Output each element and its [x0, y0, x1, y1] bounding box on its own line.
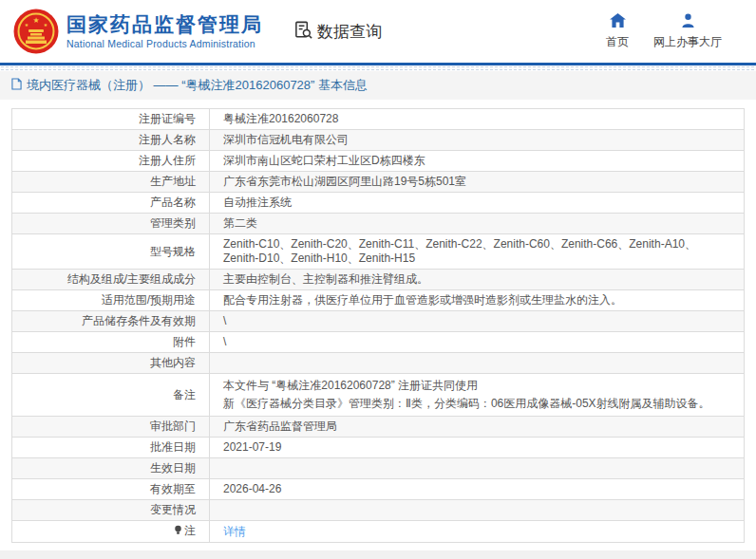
- table-row: 注册人名称深圳市信冠机电有限公司: [12, 130, 745, 151]
- row-label: 注册人名称: [12, 130, 210, 151]
- org-title-block: 国家药品监督管理局 National Medical Products Admi…: [66, 13, 263, 49]
- row-value: 广东省东莞市松山湖园区阿里山路19号5栋501室: [210, 172, 745, 193]
- nav-item-home[interactable]: 首页: [606, 13, 629, 50]
- national-emblem-logo: ★ ★ ★: [13, 9, 59, 54]
- top-nav: 首页 网上办事大厅: [606, 13, 722, 50]
- table-row: 审批部门广东省药品监督管理局: [12, 417, 745, 438]
- row-value: 自动推注系统: [210, 193, 745, 214]
- row-value: \: [210, 311, 745, 332]
- row-label: 管理类别: [12, 214, 210, 234]
- table-row: 生效日期: [12, 458, 745, 479]
- table-row: 备注本文件与 “粤械注准20162060728” 注册证共同使用新《医疗器械分类…: [12, 374, 745, 417]
- row-value: [210, 353, 745, 374]
- row-label: 注册证编号: [12, 109, 210, 130]
- org-name-cn: 国家药品监督管理局: [66, 13, 263, 36]
- row-value: 2021-07-19: [210, 438, 745, 458]
- org-name-en: National Medical Products Administration: [66, 38, 263, 49]
- svg-text:★: ★: [44, 22, 48, 28]
- person-icon: [681, 13, 695, 31]
- table-row: 产品名称自动推注系统: [12, 193, 745, 214]
- table-row: 结构及组成/主要组成成分主要由控制台、主控制器和推注臂组成。: [12, 270, 745, 290]
- data-query-label: 数据查询: [317, 21, 382, 43]
- row-value: Zenith-C10、Zenith-C20、Zenith-C11、Zenith-…: [210, 234, 745, 270]
- row-label: 生产地址: [12, 172, 210, 193]
- row-label: 型号规格: [12, 234, 210, 270]
- detail-link[interactable]: 详情: [223, 525, 246, 538]
- row-value: 深圳市信冠机电有限公司: [210, 130, 745, 151]
- table-row: 其他内容: [12, 353, 745, 374]
- row-label: 结构及组成/主要组成成分: [12, 270, 210, 290]
- table-row: 型号规格Zenith-C10、Zenith-C20、Zenith-C11、Zen…: [12, 234, 745, 270]
- breadcrumb: 境内医疗器械（注册） —— “粤械注准20162060728” 基本信息: [0, 71, 756, 100]
- document-icon: [11, 77, 22, 94]
- table-row: 注册证编号粤械注准20162060728: [12, 109, 745, 130]
- table-row: 管理类别第二类: [12, 214, 745, 234]
- row-value: 2026-04-26: [210, 479, 745, 500]
- table-row: 生产地址广东省东莞市松山湖园区阿里山路19号5栋501室: [12, 172, 745, 193]
- breadcrumb-text: 境内医疗器械（注册） —— “粤械注准20162060728” 基本信息: [27, 77, 368, 94]
- row-label: 附件: [12, 332, 210, 353]
- table-row: 有效期至2026-04-26: [12, 479, 745, 500]
- page-header: ★ ★ ★ 国家药品监督管理局 National Medical Product…: [0, 0, 756, 63]
- table-row: 附件\: [12, 332, 745, 353]
- table-row: 产品储存条件及有效期\: [12, 311, 745, 332]
- row-value: 本文件与 “粤械注准20162060728” 注册证共同使用新《医疗器械分类目录…: [210, 374, 745, 417]
- nav-item-service-hall[interactable]: 网上办事大厅: [653, 13, 722, 50]
- svg-text:★: ★: [32, 16, 39, 25]
- row-value-line: 新《医疗器械分类目录》管理类别：Ⅱ类，分类编码：06医用成像器械-05X射线附属…: [223, 395, 730, 413]
- row-label: 有效期至: [12, 479, 210, 500]
- row-value: 广东省药品监督管理局: [210, 417, 745, 438]
- row-label: 备注: [12, 374, 210, 417]
- row-value: \: [210, 332, 745, 353]
- table-row: 变更情况: [12, 500, 745, 521]
- row-value: 粤械注准20162060728: [210, 109, 745, 130]
- row-label: 注册人住所: [12, 151, 210, 172]
- row-label: 注: [12, 521, 210, 543]
- row-label: 其他内容: [12, 353, 210, 374]
- nav-home-label: 首页: [606, 34, 629, 50]
- row-label: 审批部门: [12, 417, 210, 438]
- data-query-tab[interactable]: 数据查询: [293, 20, 382, 44]
- row-value: [210, 458, 745, 479]
- row-label: 产品名称: [12, 193, 210, 214]
- footer-strip: [0, 550, 756, 559]
- table-row: 注详情: [12, 521, 745, 543]
- row-value: 配合专用注射器，供医疗单位用于血管造影或增强时造影剂或生理盐水的注入。: [210, 290, 745, 311]
- row-label: 变更情况: [12, 500, 210, 521]
- main-content: 注册证编号粤械注准20162060728注册人名称深圳市信冠机电有限公司注册人住…: [0, 100, 756, 543]
- row-label: 批准日期: [12, 438, 210, 458]
- row-label: 适用范围/预期用途: [12, 290, 210, 311]
- row-value: [210, 500, 745, 521]
- table-row: 批准日期2021-07-19: [12, 438, 745, 458]
- info-table-body: 注册证编号粤械注准20162060728注册人名称深圳市信冠机电有限公司注册人住…: [12, 109, 745, 543]
- row-value: 深圳市南山区蛇口荣村工业区D栋四楼东: [210, 151, 745, 172]
- row-value-line: 本文件与 “粤械注准20162060728” 注册证共同使用: [223, 377, 730, 395]
- row-value: 详情: [210, 521, 745, 543]
- registration-info-table: 注册证编号粤械注准20162060728注册人名称深圳市信冠机电有限公司注册人住…: [11, 108, 745, 543]
- bulb-icon: [174, 525, 182, 539]
- row-value: 第二类: [210, 214, 745, 234]
- svg-text:★: ★: [25, 22, 29, 28]
- doc-search-icon: [293, 20, 313, 44]
- table-row: 注册人住所深圳市南山区蛇口荣村工业区D栋四楼东: [12, 151, 745, 172]
- home-icon: [610, 13, 626, 31]
- row-label: 产品储存条件及有效期: [12, 311, 210, 332]
- row-value: 主要由控制台、主控制器和推注臂组成。: [210, 270, 745, 290]
- table-row: 适用范围/预期用途配合专用注射器，供医疗单位用于血管造影或增强时造影剂或生理盐水…: [12, 290, 745, 311]
- nav-service-hall-label: 网上办事大厅: [653, 34, 722, 50]
- row-label: 生效日期: [12, 458, 210, 479]
